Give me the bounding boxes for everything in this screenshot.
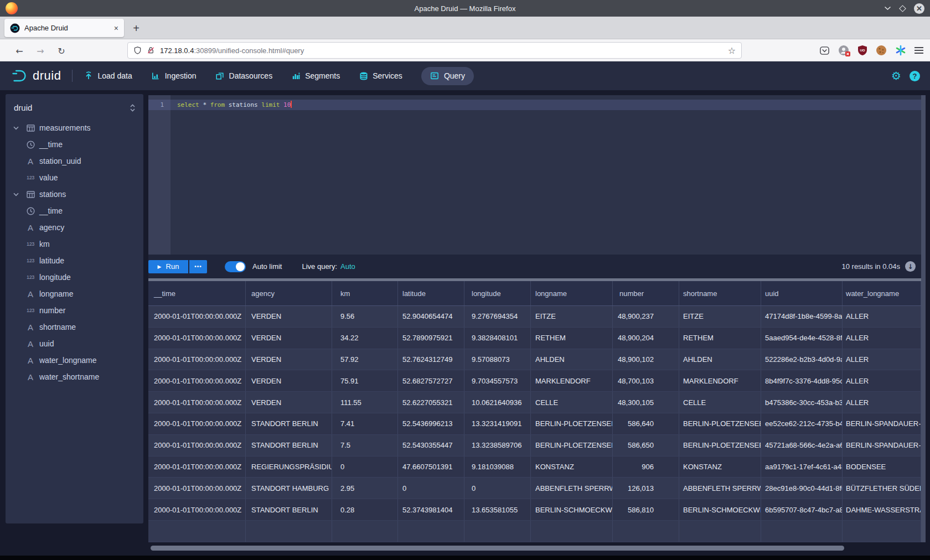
column-header-uuid[interactable]: uuid <box>761 281 843 305</box>
cell-number[interactable]: 126,013 <box>613 478 679 499</box>
cell-agency[interactable]: VERDEN <box>246 328 332 349</box>
cell-water-longname[interactable]: BERLIN-SPANDAUER-S <box>843 435 921 456</box>
cell-shortname[interactable]: EITZE <box>679 306 761 327</box>
tree-column-uuid[interactable]: Auuid <box>6 335 143 352</box>
window-close-icon[interactable]: ✕ <box>914 3 924 14</box>
cell-km[interactable]: 2.95 <box>332 478 398 499</box>
cell-longitude[interactable]: 13.3231419091 <box>464 413 531 434</box>
tree-column-km[interactable]: 123km <box>6 236 143 252</box>
cell-longitude[interactable] <box>464 521 531 542</box>
profile-extension-icon[interactable] <box>838 45 849 56</box>
cell-uuid[interactable]: 5aaed954-de4e-4528-8f <box>761 328 843 349</box>
cell-uuid[interactable]: ee52ce62-212c-4735-b4 <box>761 413 843 434</box>
cell-water-longname[interactable]: ALLER <box>843 370 921 391</box>
cell-water-longname[interactable]: BÜTZFLETHER SÜDERE <box>843 478 921 499</box>
cell-number[interactable]: 586,640 <box>613 413 679 434</box>
cell-longitude[interactable]: 9.181039088 <box>464 457 531 478</box>
cell-km[interactable] <box>332 521 398 542</box>
cell-shortname[interactable]: BERLIN-SCHMOECKWITZ <box>679 499 761 520</box>
help-icon[interactable]: ? <box>910 71 920 81</box>
cell-shortname[interactable]: RETHEM <box>679 328 761 349</box>
tree-column-agency[interactable]: Aagency <box>6 219 143 236</box>
url-text[interactable]: 172.18.0.4:30899/unified-console.html#qu… <box>160 46 723 55</box>
tree-column-latitude[interactable]: 123latitude <box>6 252 143 269</box>
cell-km[interactable]: 0.28 <box>332 499 398 520</box>
reload-button[interactable]: ↻ <box>54 44 69 58</box>
cell-agency[interactable]: VERDEN <box>246 392 332 413</box>
cell-latitude[interactable] <box>398 521 464 542</box>
settings-gear-icon[interactable]: ⚙ <box>891 70 901 81</box>
url-bar[interactable]: 172.18.0.4:30899/unified-console.html#qu… <box>127 42 742 59</box>
cell-latitude[interactable]: 52.7624312749 <box>398 349 464 370</box>
sort-icon[interactable] <box>130 104 136 112</box>
cell-number[interactable]: 48,900,102 <box>613 349 679 370</box>
tree-column-value[interactable]: 123value <box>6 169 143 186</box>
back-button[interactable]: ← <box>12 44 27 58</box>
cell-water-longname[interactable]: ALLER <box>843 306 921 327</box>
cell-km[interactable]: 9.56 <box>332 306 398 327</box>
column-header-longname[interactable]: longname <box>531 281 613 305</box>
forward-button[interactable]: → <box>33 44 48 58</box>
cell-km[interactable]: 34.22 <box>332 328 398 349</box>
cell-uuid[interactable]: 28ec91e8-90c0-44d1-8f0 <box>761 478 843 499</box>
cell-latitude[interactable]: 47.6607501391 <box>398 457 464 478</box>
cell-latitude[interactable]: 0 <box>398 478 464 499</box>
run-more-button[interactable]: ••• <box>189 260 207 273</box>
cell-water-longname[interactable]: ALLER <box>843 349 921 370</box>
cell-km[interactable]: 111.55 <box>332 392 398 413</box>
cell-longitude[interactable]: 13.3238589706 <box>464 435 531 456</box>
cell-shortname[interactable]: BERLIN-PLOETZENSEE U <box>679 435 761 456</box>
cell-latitude[interactable]: 52.5436996213 <box>398 413 464 434</box>
cell-shortname[interactable]: ABBENFLETH SPERRWEI <box>679 478 761 499</box>
tree-column-longitude[interactable]: 123longitude <box>6 269 143 286</box>
cell-water-longname[interactable]: ALLER <box>843 328 921 349</box>
tab-close-icon[interactable]: × <box>114 24 118 32</box>
download-icon[interactable]: ↓ <box>905 261 916 272</box>
cell-shortname[interactable]: AHLDEN <box>679 349 761 370</box>
tree-column--time[interactable]: __time <box>6 203 143 219</box>
cell-water-longname[interactable]: BODENSEE <box>843 457 921 478</box>
cell-longitude[interactable]: 9.57088073 <box>464 349 531 370</box>
cell-longname[interactable]: ABBENFLETH SPERRWEI <box>531 478 613 499</box>
nav-item-segments[interactable]: Segments <box>291 71 340 81</box>
new-tab-button[interactable]: + <box>129 21 143 35</box>
cell-number[interactable] <box>613 521 679 542</box>
cell-number[interactable]: 906 <box>613 457 679 478</box>
cell-uuid[interactable]: 6b595707-8c47-4bc7-a8 <box>761 499 843 520</box>
cell-water-longname[interactable]: ALLER <box>843 392 921 413</box>
cell-latitude[interactable]: 52.9040654474 <box>398 306 464 327</box>
cell-longitude[interactable]: 13.653581055 <box>464 499 531 520</box>
cell-uuid[interactable]: 522286e2-b2b3-4d0d-9a <box>761 349 843 370</box>
cell-longname[interactable]: BERLIN-PLOETZENSEE C <box>531 413 613 434</box>
cell-number[interactable]: 586,650 <box>613 435 679 456</box>
cell--time[interactable]: 2000-01-01T00:00:00.000Z <box>148 499 246 520</box>
chevron-down-icon[interactable] <box>13 126 19 130</box>
cell-latitude[interactable]: 52.6827572727 <box>398 370 464 391</box>
cell-longname[interactable]: EITZE <box>531 306 613 327</box>
query-editor[interactable]: 1 select * from stations limit 10 <box>148 95 921 255</box>
tree-column-shortname[interactable]: Ashortname <box>6 319 143 335</box>
cookie-icon[interactable] <box>876 45 887 56</box>
cell-longname[interactable]: RETHEM <box>531 328 613 349</box>
column-header-number[interactable]: number <box>613 281 679 305</box>
horizontal-scrollbar[interactable] <box>151 546 844 551</box>
cell-latitude[interactable]: 52.5430355447 <box>398 435 464 456</box>
cell-water-longname[interactable] <box>843 521 921 542</box>
cell--time[interactable]: 2000-01-01T00:00:00.000Z <box>148 349 246 370</box>
cell-km[interactable]: 0 <box>332 457 398 478</box>
tree-column-water-longname[interactable]: Awater_longname <box>6 352 143 369</box>
lock-insecure-icon[interactable] <box>147 46 155 55</box>
cell--time[interactable]: 2000-01-01T00:00:00.000Z <box>148 413 246 434</box>
cell-agency[interactable]: STANDORT BERLIN <box>246 413 332 434</box>
cell--time[interactable] <box>148 521 246 542</box>
cell-latitude[interactable]: 52.6227055321 <box>398 392 464 413</box>
tree-table-stations[interactable]: stations <box>6 186 143 203</box>
cell-longname[interactable]: AHLDEN <box>531 349 613 370</box>
column-header-water-longname[interactable]: water_longname <box>843 281 921 305</box>
column-header-latitude[interactable]: latitude <box>398 281 464 305</box>
cell-longname[interactable]: BERLIN-PLOETZENSEE U <box>531 435 613 456</box>
run-button[interactable]: ▶ Run <box>148 260 188 273</box>
cell-shortname[interactable]: BERLIN-PLOETZENSEE C <box>679 413 761 434</box>
cell-longname[interactable]: KONSTANZ <box>531 457 613 478</box>
cell-number[interactable]: 48,900,204 <box>613 328 679 349</box>
